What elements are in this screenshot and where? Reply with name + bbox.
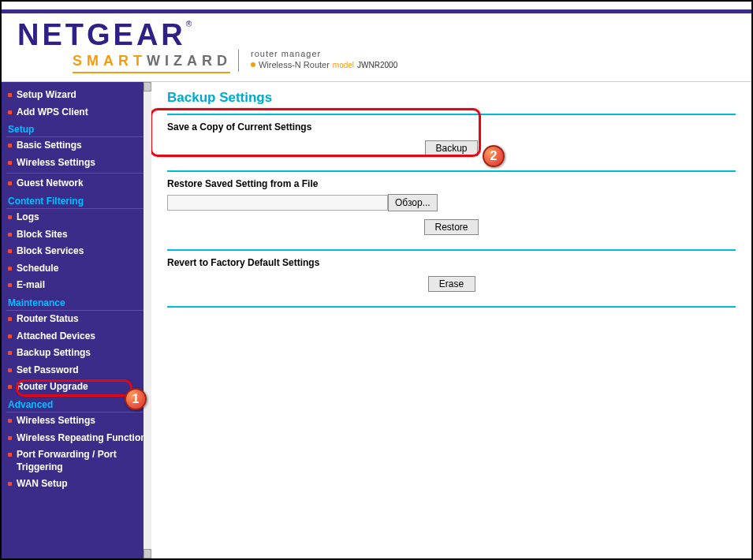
bullet-icon xyxy=(251,62,255,67)
sidebar-item-block-sites[interactable]: Block Sites xyxy=(6,226,151,244)
section-title-save: Save a Copy of Current Settings xyxy=(167,121,736,133)
scroll-down-icon[interactable] xyxy=(144,549,151,558)
bullet-icon xyxy=(8,385,12,389)
sidebar-item-label: WAN Setup xyxy=(17,478,68,491)
section-restore: Restore Saved Setting from a File Обзор.… xyxy=(167,178,736,243)
section-revert: Revert to Factory Default Settings Erase xyxy=(167,257,736,300)
registered-icon: ® xyxy=(186,20,192,28)
bullet-icon xyxy=(8,419,12,423)
header-subtitle: router manager xyxy=(251,49,397,58)
section-title-restore: Restore Saved Setting from a File xyxy=(167,178,736,189)
model-name: JWNR2000 xyxy=(357,61,397,69)
sidebar-heading-advanced: Advanced xyxy=(6,396,151,413)
sidebar-item-label: Wireless Settings xyxy=(17,157,95,170)
sidebar-item-label: Port Forwarding / Port Triggering xyxy=(17,449,151,473)
sidebar-item-router-upgrade[interactable]: Router Upgrade xyxy=(6,379,151,396)
sidebar-item-port-forwarding[interactable]: Port Forwarding / Port Triggering xyxy=(6,446,151,476)
sidebar-item-backup-settings[interactable]: Backup Settings xyxy=(6,345,151,362)
model-label: model xyxy=(333,61,354,69)
sidebar-item-adv-wireless-settings[interactable]: Wireless Settings xyxy=(6,413,151,430)
bullet-icon xyxy=(8,267,12,271)
sidebar-item-email[interactable]: E-mail xyxy=(6,277,151,294)
bullet-icon xyxy=(8,144,12,147)
bullet-icon xyxy=(8,249,12,253)
header: NETGEAR® SMARTWIZARD router manager Wire… xyxy=(2,13,751,81)
sidebar-item-schedule[interactable]: Schedule xyxy=(6,260,151,278)
sidebar-item-label: Add WPS Client xyxy=(17,106,88,119)
sidebar-item-router-status[interactable]: Router Status xyxy=(6,311,151,328)
erase-button[interactable]: Erase xyxy=(428,276,475,292)
bullet-icon xyxy=(8,334,12,338)
sidebar-item-attached-devices[interactable]: Attached Devices xyxy=(6,328,151,345)
bullet-icon xyxy=(8,93,12,97)
scroll-up-icon[interactable] xyxy=(144,82,151,91)
sidebar-scrollbar[interactable] xyxy=(144,82,151,558)
sidebar-item-label: Setup Wizard xyxy=(17,89,76,102)
divider xyxy=(6,173,151,174)
restore-button[interactable]: Restore xyxy=(424,219,478,235)
sidebar-item-label: Schedule xyxy=(17,263,58,275)
bullet-icon xyxy=(8,161,12,165)
bullet-icon xyxy=(8,453,12,457)
browse-button[interactable]: Обзор... xyxy=(388,194,438,211)
backup-button[interactable]: Backup xyxy=(425,140,477,156)
bullet-icon xyxy=(8,317,12,321)
sidebar-item-wireless-repeating[interactable]: Wireless Repeating Function xyxy=(6,430,151,447)
sidebar-item-basic-settings[interactable]: Basic Settings xyxy=(6,137,151,155)
sidebar-item-label: Basic Settings xyxy=(17,140,82,152)
bullet-icon xyxy=(8,181,12,185)
bullet-icon xyxy=(8,283,12,287)
sidebar-item-set-password[interactable]: Set Password xyxy=(6,362,151,379)
sidebar-item-label: Wireless Repeating Function xyxy=(17,432,147,445)
sidebar-item-guest-network[interactable]: Guest Network xyxy=(6,175,151,192)
sidebar-item-wireless-settings[interactable]: Wireless Settings xyxy=(6,155,151,172)
sidebar-item-add-wps-client[interactable]: Add WPS Client xyxy=(6,104,151,121)
smart-text: SMART xyxy=(73,53,147,69)
page-title: Backup Settings xyxy=(167,90,736,106)
sidebar-item-label: Logs xyxy=(17,211,39,224)
divider xyxy=(167,249,736,251)
sidebar-item-label: Attached Devices xyxy=(17,330,95,343)
content-area: Backup Settings Save a Copy of Current S… xyxy=(151,82,751,558)
sidebar-item-label: Backup Settings xyxy=(17,347,91,360)
sidebar-item-label: Router Upgrade xyxy=(17,381,88,394)
netgear-logo: NETGEAR® xyxy=(17,20,192,50)
wizard-text: WIZARD xyxy=(147,53,232,69)
sidebar-item-setup-wizard[interactable]: Setup Wizard xyxy=(6,87,151,104)
sidebar-heading-content-filtering: Content Filtering xyxy=(6,192,151,209)
sidebar-item-label: Guest Network xyxy=(17,177,84,190)
sidebar-item-label: Wireless Settings xyxy=(17,415,95,427)
bullet-icon xyxy=(8,215,12,219)
divider xyxy=(167,306,736,308)
section-save-copy: Save a Copy of Current Settings Backup xyxy=(167,121,736,164)
sidebar-item-label: Block Services xyxy=(17,245,84,258)
top-white-stripe xyxy=(2,2,751,9)
sidebar-item-logs[interactable]: Logs xyxy=(6,209,151,226)
file-path-input[interactable] xyxy=(167,195,388,211)
sidebar-item-label: E-mail xyxy=(17,279,45,292)
sidebar: Setup Wizard Add WPS Client Setup Basic … xyxy=(2,82,151,558)
bullet-icon xyxy=(8,110,12,114)
bullet-icon xyxy=(8,482,12,486)
bullet-icon xyxy=(8,351,12,355)
bullet-icon xyxy=(8,436,12,440)
sidebar-item-label: Block Sites xyxy=(17,229,68,241)
router-type: Wireless-N Router xyxy=(259,60,330,69)
sidebar-item-block-services[interactable]: Block Services xyxy=(6,243,151,260)
header-underline xyxy=(73,72,230,73)
bullet-icon xyxy=(8,233,12,237)
divider xyxy=(167,114,736,115)
sidebar-item-wan-setup[interactable]: WAN Setup xyxy=(6,476,151,493)
sidebar-heading-setup: Setup xyxy=(6,121,151,137)
bullet-icon xyxy=(8,368,12,372)
sidebar-item-label: Set Password xyxy=(17,364,79,377)
sidebar-heading-maintenance: Maintenance xyxy=(6,294,151,311)
section-title-revert: Revert to Factory Default Settings xyxy=(167,257,736,268)
sidebar-item-label: Router Status xyxy=(17,313,79,326)
divider xyxy=(167,170,736,172)
